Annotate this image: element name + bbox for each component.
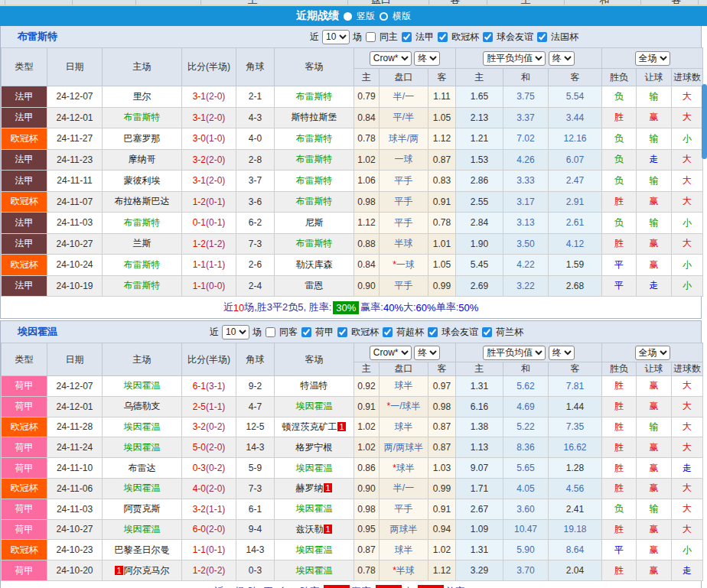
crow-away-odds: 1.03 <box>428 458 456 479</box>
avg-odds-select[interactable]: 胜平负均值 <box>483 51 546 66</box>
away-team-link[interactable]: 布雷斯特 <box>296 238 333 249</box>
corner-score: 6-2 <box>236 213 275 234</box>
crow-home-odds: 0.88 <box>354 233 380 255</box>
score-cell: 3-1(2-0) <box>182 86 236 108</box>
final-odds-select[interactable]: 终 <box>414 346 440 360</box>
match-type-badge: 荷甲 <box>2 458 47 479</box>
results-table: 类型日期主场比分(半场)角球客场Crow* 终胜平负均值 终全场主盘口客主和客胜… <box>1 47 703 297</box>
away-team-link[interactable]: 埃因霍温 <box>296 401 333 411</box>
fulltime-select[interactable]: 全场 <box>635 51 670 66</box>
result-wdl: 胜 <box>602 519 637 540</box>
same-venue-checkbox[interactable] <box>266 327 275 337</box>
home-team-link[interactable]: 布雷斯特 <box>124 259 161 270</box>
team-name-text: 特温特 <box>301 380 328 391</box>
home-team-link[interactable]: 阿贾克斯 <box>124 503 161 514</box>
home-team-link[interactable]: 巴黎圣日尔曼 <box>115 544 170 555</box>
header-group-row: 类型日期主场比分(半场)角球客场Crow* 终胜平负均值 终全场 <box>2 48 703 69</box>
away-team-link[interactable]: 勒沃库森 <box>296 259 333 270</box>
away-team-link[interactable]: 雷恩 <box>305 280 324 291</box>
league-checkbox-球会友谊[interactable] <box>483 32 493 42</box>
home-team-link[interactable]: 摩纳哥 <box>129 154 156 164</box>
home-team-link[interactable]: 埃因霍温 <box>124 482 161 493</box>
away-team-link[interactable]: 兹沃勒1 <box>295 524 332 534</box>
final-odds-select[interactable]: 终 <box>414 51 440 66</box>
home-team-link[interactable]: 兰斯 <box>133 238 152 249</box>
home-team-link[interactable]: 巴塞罗那 <box>124 133 161 144</box>
avg-away-odds: 5.54 <box>549 86 602 108</box>
team-name-heading[interactable]: 布雷斯特 <box>7 30 57 44</box>
column-header: 日期 <box>47 48 103 86</box>
home-team-link[interactable]: 布雷斯特 <box>124 280 161 291</box>
away-team-link[interactable]: 布雷斯特 <box>296 175 333 186</box>
fulltime-score: 3-1 <box>193 175 206 186</box>
home-team-link[interactable]: 里尔 <box>133 91 152 102</box>
away-team-link[interactable]: 顿涅茨克矿工1 <box>282 421 346 432</box>
home-team-link[interactable]: 布雷达 <box>129 463 156 473</box>
crow-home-odds: 0.92 <box>354 376 380 397</box>
league-checkbox-法甲[interactable] <box>402 32 412 42</box>
home-team-link[interactable]: 埃因霍温 <box>124 380 161 391</box>
crow-away-odds: 0.99 <box>428 478 456 499</box>
home-team-link[interactable]: 布雷斯特 <box>124 217 161 228</box>
layout-radio-horizontal[interactable] <box>380 12 388 21</box>
summary-segment: 40% <box>383 302 403 313</box>
result-handicap: 输 <box>637 213 672 234</box>
vertical-scrollbar-thumb[interactable] <box>702 84 707 159</box>
away-team-link[interactable]: 布雷斯特 <box>296 133 333 144</box>
home-team-cell: 兰斯 <box>103 233 182 255</box>
league-checkbox-荷甲[interactable] <box>301 327 311 337</box>
team-name-text: 格罗宁根 <box>296 442 333 453</box>
fulltime-select[interactable]: 全场 <box>635 346 670 360</box>
away-team-link[interactable]: 赫罗纳1 <box>295 482 332 493</box>
away-team-link[interactable]: 特温特 <box>301 380 328 391</box>
home-team-link[interactable]: 布拉格斯巴达 <box>115 196 170 206</box>
layout-radio-vertical-label[interactable]: 竖版 <box>357 10 375 23</box>
team-name-text: 布雷达 <box>129 463 156 473</box>
avg-away-odds: 8.64 <box>549 540 602 560</box>
away-team-link[interactable]: 尼斯 <box>305 217 324 228</box>
crow-company-select[interactable]: Crow* <box>370 51 412 66</box>
home-team-link[interactable]: 蒙彼利埃 <box>124 175 161 186</box>
home-team-link[interactable]: 布雷斯特 <box>124 112 161 122</box>
away-team-link[interactable]: 埃因霍温 <box>296 463 333 473</box>
match-count-select[interactable]: 10 <box>222 325 249 339</box>
avg-away-odds: 19.18 <box>549 519 602 540</box>
away-team-link[interactable]: 布雷斯特 <box>296 91 333 102</box>
home-team-link[interactable]: 1阿尔克马尔 <box>114 565 169 576</box>
fulltime-score: 4-0 <box>193 483 206 494</box>
layout-radio-vertical[interactable] <box>344 12 352 21</box>
home-team-link[interactable]: 埃因霍温 <box>124 442 161 453</box>
away-team-link[interactable]: 布雷斯特 <box>296 154 333 164</box>
away-team-link[interactable]: 斯特拉斯堡 <box>292 112 337 122</box>
home-team-link[interactable]: 乌德勒支 <box>124 401 161 411</box>
away-team-link[interactable]: 埃因霍温 <box>296 565 333 576</box>
crow-handicap: 球半/两 <box>380 128 428 150</box>
league-checkbox-法国杯[interactable] <box>537 32 547 42</box>
away-team-link[interactable]: 埃因霍温 <box>296 503 333 514</box>
team-name-text: 布拉格斯巴达 <box>115 196 170 206</box>
final-odds-select-2[interactable]: 终 <box>549 51 575 66</box>
away-team-cell: 埃因霍温 <box>275 540 354 560</box>
away-team-link[interactable]: 埃因霍温 <box>296 544 333 555</box>
team-name-text: 布雷斯特 <box>124 259 161 270</box>
final-odds-select-2[interactable]: 终 <box>549 346 575 360</box>
home-team-link[interactable]: 埃因霍温 <box>124 524 161 534</box>
crow-away-odds: 1.12 <box>428 128 456 150</box>
away-team-link[interactable]: 格罗宁根 <box>296 442 333 453</box>
league-checkbox-欧冠杯[interactable] <box>438 32 448 42</box>
team-name-heading[interactable]: 埃因霍温 <box>7 325 57 339</box>
sub-column-header: 客 <box>549 69 602 86</box>
avg-odds-select[interactable]: 胜平负均值 <box>483 346 546 360</box>
league-checkbox-欧冠杯[interactable] <box>337 327 347 337</box>
layout-radio-horizontal-label[interactable]: 横版 <box>393 10 411 23</box>
crow-company-select[interactable]: Crow* <box>370 346 412 360</box>
league-checkbox-荷兰杯[interactable] <box>482 327 492 337</box>
league-checkbox-球会友谊[interactable] <box>428 327 438 337</box>
league-checkbox-荷超杯[interactable] <box>383 327 393 337</box>
match-type-badge: 荷甲 <box>2 437 47 458</box>
same-venue-checkbox[interactable] <box>366 32 376 42</box>
home-team-link[interactable]: 埃因霍温 <box>124 421 161 432</box>
match-row: 法甲24-12-01布雷斯特3-1(2-0)4-3斯特拉斯堡0.84平/半1.0… <box>2 107 703 128</box>
match-count-select[interactable]: 10 <box>322 30 350 44</box>
away-team-link[interactable]: 布雷斯特 <box>296 196 333 206</box>
